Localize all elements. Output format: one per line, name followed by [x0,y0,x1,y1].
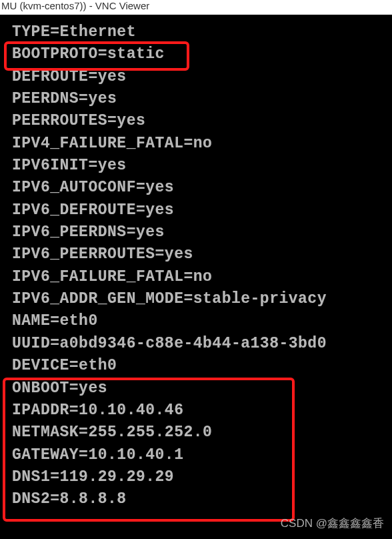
config-line: PEERROUTES=yes [12,110,389,132]
config-line: DNS1=119.29.29.29 [12,466,389,488]
config-line: IPV6_AUTOCONF=yes [12,177,389,199]
config-line: IPV4_FAILURE_FATAL=no [12,133,389,155]
config-line: BOOTPROTO=static [12,43,389,65]
config-line: IPV6_ADDR_GEN_MODE=stable-privacy [12,288,389,310]
config-line: IPADDR=10.10.40.46 [12,400,389,422]
config-line: IPV6_DEFROUTE=yes [12,199,389,221]
config-line: IPV6_FAILURE_FATAL=no [12,266,389,288]
config-line: ONBOOT=yes [12,378,389,400]
config-line: DEFROUTE=yes [12,66,389,88]
config-line: UUID=a0bd9346-c88e-4b44-a138-3bd0 [12,333,389,355]
config-line: NETMASK=255.255.252.0 [12,422,389,444]
config-line: DNS2=8.8.8.8 [12,488,389,510]
config-line: NAME=eth0 [12,310,389,332]
config-line: GATEWAY=10.10.40.1 [12,444,389,466]
config-line: DEVICE=eth0 [12,355,389,377]
config-line: IPV6INIT=yes [12,155,389,177]
config-line: IPV6_PEERDNS=yes [12,221,389,243]
config-line: PEERDNS=yes [12,88,389,110]
terminal-area[interactable]: TYPE=Ethernet BOOTPROTO=static DEFROUTE=… [0,15,392,539]
config-line: TYPE=Ethernet [12,21,389,43]
config-line: IPV6_PEERROUTES=yes [12,243,389,265]
window-title-bar: MU (kvm-centos7)) - VNC Viewer [0,0,392,15]
watermark-text: CSDN @鑫鑫鑫鑫香 [281,516,384,531]
window-title: MU (kvm-centos7)) - VNC Viewer [1,0,149,11]
